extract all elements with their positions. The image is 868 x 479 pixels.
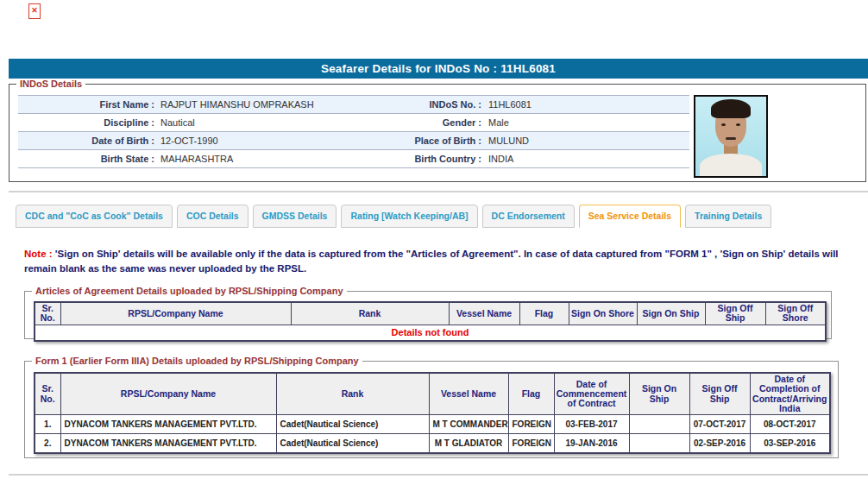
col-vessel-name: Vessel Name (429, 373, 508, 415)
form1-header-row: Sr. No. RPSL/Company Name Rank Vessel Na… (35, 373, 830, 415)
col-vessel-name: Vessel Name (449, 302, 519, 325)
page-title: Seafarer Details for INDoS No : 11HL6081 (321, 62, 556, 75)
sign-off-ship-cell: 07-OCT-2017 (689, 415, 750, 434)
seafarer-photo (694, 95, 768, 178)
broken-image-icon: ✕ (28, 3, 41, 19)
commencement-date-cell: 03-FEB-2017 (554, 415, 629, 434)
col-rpsl-company-name: RPSL/Company Name (60, 373, 276, 415)
col-sign-on-shore: Sign On Shore (569, 302, 637, 325)
articles-legend: Articles of Agreement Details uploaded b… (32, 286, 347, 296)
details-not-found-message: Details not found (35, 325, 826, 341)
horizontal-divider (9, 474, 868, 476)
completion-date-cell: 03-SEP-2016 (750, 434, 830, 454)
photo-hair (711, 99, 751, 118)
note-text: Note : 'Sign on Ship' details will be av… (24, 247, 849, 277)
flag-cell: FOREIGN (508, 415, 554, 434)
field-row: Birth State : MAHARASHTRA Birth Country … (18, 150, 689, 168)
field-row: First Name : RAJPUT HIMANSHU OMPRAKASH I… (18, 96, 689, 114)
date-of-birth-label: Date of Birth : (18, 132, 154, 149)
table-row: Details not found (35, 325, 826, 341)
col-sr-no: Sr. No. (35, 302, 60, 325)
tab-sea-service-details[interactable]: Sea Service Details (579, 205, 681, 228)
first-name-value: RAJPUT HIMANSHU OMPRAKASH (154, 96, 407, 113)
col-sign-on-ship: Sign On Ship (637, 302, 705, 325)
commencement-date-cell: 19-JAN-2016 (554, 434, 629, 454)
title-bar: Seafarer Details for INDoS No : 11HL6081 (9, 59, 868, 79)
indos-no-label: INDoS No. : (407, 96, 481, 113)
field-row: Discipline : Nautical Gender : Male (18, 114, 689, 132)
tab-cdc-coc-as-cook-details[interactable]: CDC and "CoC as Cook" Details (16, 205, 173, 228)
form1-table: Sr. No. RPSL/Company Name Rank Vessel Na… (34, 372, 831, 454)
date-of-birth-value: 12-OCT-1990 (154, 132, 407, 149)
completion-date-cell: 08-OCT-2017 (750, 415, 830, 434)
vessel-cell: M T GLADIATOR (429, 434, 508, 454)
col-flag: Flag (519, 302, 569, 325)
form1-legend: Form 1 (Earlier Form IIIA) Details uploa… (32, 356, 362, 366)
tab-gmdss-details[interactable]: GMDSS Details (253, 205, 337, 228)
note-prefix: Note : (24, 249, 53, 259)
tab-training-details[interactable]: Training Details (685, 205, 771, 228)
articles-header-row: Sr. No. RPSL/Company Name Rank Vessel Na… (35, 302, 826, 325)
col-sign-off-ship: Sign Off Ship (689, 373, 750, 415)
seafarer-details-page: ✕ Seafarer Details for INDoS No : 11HL60… (0, 0, 868, 479)
tab-rating-watch-keeping-ab[interactable]: Rating [Watch Keeping/AB] (341, 205, 477, 228)
col-rank: Rank (291, 302, 449, 325)
sign-on-ship-cell (629, 415, 689, 434)
tab-coc-details[interactable]: COC Details (177, 205, 248, 228)
col-flag: Flag (508, 373, 554, 415)
place-of-birth-value: MULUND (481, 132, 689, 149)
form1-fieldset: Form 1 (Earlier Form IIIA) Details uploa… (24, 361, 839, 458)
photo-shirt (700, 154, 762, 178)
vessel-cell: M T COMMANDER (429, 415, 508, 434)
rank-cell: Cadet(Nautical Science) (276, 434, 429, 454)
col-date-of-completion: Date of Completion of Contract/Arriving … (750, 373, 830, 415)
indos-fields: First Name : RAJPUT HIMANSHU OMPRAKASH I… (18, 95, 689, 168)
sign-on-ship-cell (629, 434, 689, 454)
articles-table: Sr. No. RPSL/Company Name Rank Vessel Na… (34, 301, 827, 342)
discipline-value: Nautical (154, 114, 407, 131)
discipline-label: Discipline : (18, 114, 154, 131)
first-name-label: First Name : (18, 96, 154, 113)
flag-cell: FOREIGN (508, 434, 554, 454)
col-rank: Rank (276, 373, 429, 415)
photo-eye (736, 123, 740, 126)
col-rpsl-company-name: RPSL/Company Name (60, 302, 291, 325)
rank-cell: Cadet(Nautical Science) (276, 415, 429, 434)
gender-label: Gender : (407, 114, 481, 131)
sign-off-ship-cell: 02-SEP-2016 (689, 434, 750, 454)
tab-dc-endorsement[interactable]: DC Endorsement (482, 205, 575, 228)
sr-no-cell: 2. (35, 434, 60, 454)
col-date-of-commencement: Date of Commencement of Contract (554, 373, 629, 415)
col-sign-on-ship: Sign On Ship (629, 373, 689, 415)
col-sign-off-ship: Sign Off Ship (705, 302, 765, 325)
photo-eye (721, 123, 726, 126)
table-row: 2. DYNACOM TANKERS MANAGEMENT PVT.LTD. C… (35, 434, 830, 454)
company-cell: DYNACOM TANKERS MANAGEMENT PVT.LTD. (60, 434, 276, 454)
birth-state-label: Birth State : (18, 150, 154, 167)
tab-strip: CDC and "CoC as Cook" Details COC Detail… (16, 205, 771, 228)
horizontal-divider (9, 191, 868, 192)
company-cell: DYNACOM TANKERS MANAGEMENT PVT.LTD. (60, 415, 276, 434)
birth-country-value: INDIA (481, 150, 689, 167)
col-sign-off-shore: Sign Off Shore (765, 302, 826, 325)
place-of-birth-label: Place of Birth : (407, 132, 481, 149)
birth-country-label: Birth Country : (407, 150, 481, 167)
col-sr-no: Sr. No. (35, 373, 60, 415)
indos-details-legend: INDoS Details (16, 79, 85, 89)
field-row: Date of Birth : 12-OCT-1990 Place of Bir… (18, 132, 689, 150)
note-body: 'Sign on Ship' details will be available… (24, 249, 839, 274)
indos-no-value: 11HL6081 (481, 96, 689, 113)
photo-mustache (726, 137, 736, 140)
sr-no-cell: 1. (35, 415, 60, 434)
birth-state-value: MAHARASHTRA (154, 150, 407, 167)
articles-of-agreement-fieldset: Articles of Agreement Details uploaded b… (24, 291, 832, 339)
table-row: 1. DYNACOM TANKERS MANAGEMENT PVT.LTD. C… (35, 415, 830, 434)
gender-value: Male (481, 114, 689, 131)
